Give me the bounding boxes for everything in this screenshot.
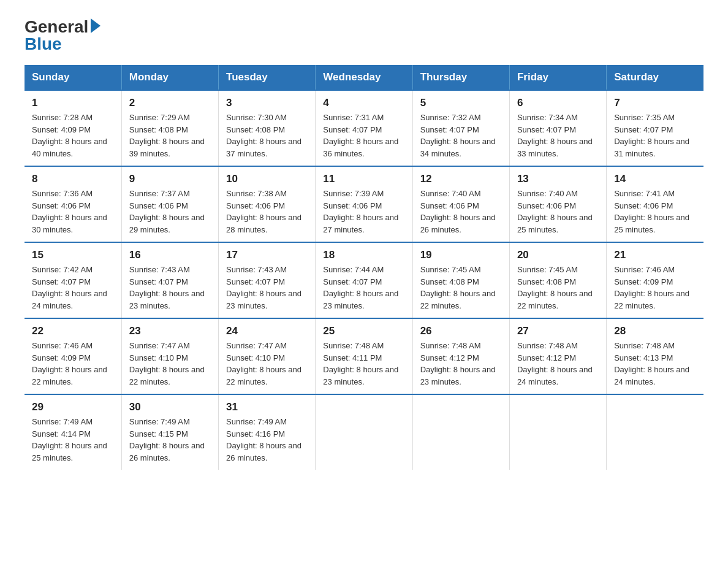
calendar-day-cell: 11 Sunrise: 7:39 AMSunset: 4:06 PMDaylig… <box>316 166 412 242</box>
day-info: Sunrise: 7:48 AMSunset: 4:12 PMDaylight:… <box>420 341 496 386</box>
day-info: Sunrise: 7:49 AMSunset: 4:14 PMDaylight:… <box>32 417 107 462</box>
day-info: Sunrise: 7:48 AMSunset: 4:13 PMDaylight:… <box>614 341 689 386</box>
day-number: 4 <box>323 97 404 109</box>
day-info: Sunrise: 7:48 AMSunset: 4:11 PMDaylight:… <box>323 341 398 386</box>
day-info: Sunrise: 7:40 AMSunset: 4:06 PMDaylight:… <box>517 189 593 234</box>
calendar-day-cell: 10 Sunrise: 7:38 AMSunset: 4:06 PMDaylig… <box>219 166 316 242</box>
calendar-day-cell: 27 Sunrise: 7:48 AMSunset: 4:12 PMDaylig… <box>509 318 606 394</box>
day-number: 18 <box>323 249 404 261</box>
calendar-day-cell: 24 Sunrise: 7:47 AMSunset: 4:10 PMDaylig… <box>219 318 316 394</box>
calendar-day-cell: 13 Sunrise: 7:40 AMSunset: 4:06 PMDaylig… <box>509 166 606 242</box>
day-number: 12 <box>420 173 502 185</box>
day-number: 24 <box>226 325 308 337</box>
day-number: 22 <box>32 325 114 337</box>
day-number: 25 <box>323 325 404 337</box>
day-number: 29 <box>32 401 114 413</box>
calendar-day-cell: 1 Sunrise: 7:28 AMSunset: 4:09 PMDayligh… <box>25 90 121 166</box>
calendar-day-cell: 7 Sunrise: 7:35 AMSunset: 4:07 PMDayligh… <box>607 90 703 166</box>
day-info: Sunrise: 7:49 AMSunset: 4:16 PMDaylight:… <box>226 417 301 462</box>
day-info: Sunrise: 7:48 AMSunset: 4:12 PMDaylight:… <box>517 341 593 386</box>
day-info: Sunrise: 7:43 AMSunset: 4:07 PMDaylight:… <box>226 265 301 310</box>
day-info: Sunrise: 7:34 AMSunset: 4:07 PMDaylight:… <box>517 113 593 158</box>
day-info: Sunrise: 7:46 AMSunset: 4:09 PMDaylight:… <box>614 265 689 310</box>
day-number: 16 <box>129 249 211 261</box>
calendar-day-cell: 8 Sunrise: 7:36 AMSunset: 4:06 PMDayligh… <box>25 166 121 242</box>
weekday-header-row: SundayMondayTuesdayWednesdayThursdayFrid… <box>25 65 703 90</box>
calendar-day-cell: 22 Sunrise: 7:46 AMSunset: 4:09 PMDaylig… <box>25 318 121 394</box>
page-header: General Blue <box>25 18 703 53</box>
day-number: 26 <box>420 325 502 337</box>
day-info: Sunrise: 7:37 AMSunset: 4:06 PMDaylight:… <box>129 189 205 234</box>
day-number: 14 <box>614 173 696 185</box>
day-number: 30 <box>129 401 211 413</box>
day-info: Sunrise: 7:36 AMSunset: 4:06 PMDaylight:… <box>32 189 107 234</box>
logo-arrow-icon <box>91 18 100 33</box>
logo-blue-text: Blue <box>25 36 62 53</box>
calendar-day-cell <box>316 394 412 470</box>
day-number: 31 <box>226 401 308 413</box>
calendar-day-cell: 30 Sunrise: 7:49 AMSunset: 4:15 PMDaylig… <box>121 394 218 470</box>
day-number: 21 <box>614 249 696 261</box>
day-info: Sunrise: 7:43 AMSunset: 4:07 PMDaylight:… <box>129 265 205 310</box>
day-info: Sunrise: 7:39 AMSunset: 4:06 PMDaylight:… <box>323 189 398 234</box>
calendar-week-row: 22 Sunrise: 7:46 AMSunset: 4:09 PMDaylig… <box>25 318 703 394</box>
day-info: Sunrise: 7:45 AMSunset: 4:08 PMDaylight:… <box>420 265 496 310</box>
day-number: 7 <box>614 97 696 109</box>
calendar-day-cell: 28 Sunrise: 7:48 AMSunset: 4:13 PMDaylig… <box>607 318 703 394</box>
day-number: 27 <box>517 325 599 337</box>
calendar-day-cell <box>509 394 606 470</box>
calendar-day-cell: 14 Sunrise: 7:41 AMSunset: 4:06 PMDaylig… <box>607 166 703 242</box>
day-number: 6 <box>517 97 599 109</box>
calendar-day-cell: 31 Sunrise: 7:49 AMSunset: 4:16 PMDaylig… <box>219 394 316 470</box>
day-info: Sunrise: 7:49 AMSunset: 4:15 PMDaylight:… <box>129 417 205 462</box>
weekday-header-friday: Friday <box>509 65 606 90</box>
day-number: 3 <box>226 97 308 109</box>
day-number: 10 <box>226 173 308 185</box>
day-info: Sunrise: 7:46 AMSunset: 4:09 PMDaylight:… <box>32 341 107 386</box>
day-number: 15 <box>32 249 114 261</box>
day-info: Sunrise: 7:47 AMSunset: 4:10 PMDaylight:… <box>226 341 301 386</box>
weekday-header-saturday: Saturday <box>607 65 703 90</box>
calendar-day-cell: 3 Sunrise: 7:30 AMSunset: 4:08 PMDayligh… <box>219 90 316 166</box>
calendar-day-cell: 20 Sunrise: 7:45 AMSunset: 4:08 PMDaylig… <box>509 242 606 318</box>
calendar-day-cell: 12 Sunrise: 7:40 AMSunset: 4:06 PMDaylig… <box>412 166 509 242</box>
calendar-day-cell <box>607 394 703 470</box>
calendar-day-cell: 23 Sunrise: 7:47 AMSunset: 4:10 PMDaylig… <box>121 318 218 394</box>
calendar-day-cell: 6 Sunrise: 7:34 AMSunset: 4:07 PMDayligh… <box>509 90 606 166</box>
calendar-week-row: 1 Sunrise: 7:28 AMSunset: 4:09 PMDayligh… <box>25 90 703 166</box>
day-info: Sunrise: 7:47 AMSunset: 4:10 PMDaylight:… <box>129 341 205 386</box>
day-info: Sunrise: 7:41 AMSunset: 4:06 PMDaylight:… <box>614 189 689 234</box>
weekday-header-tuesday: Tuesday <box>219 65 316 90</box>
calendar-week-row: 8 Sunrise: 7:36 AMSunset: 4:06 PMDayligh… <box>25 166 703 242</box>
day-info: Sunrise: 7:40 AMSunset: 4:06 PMDaylight:… <box>420 189 496 234</box>
day-number: 13 <box>517 173 599 185</box>
calendar-table: SundayMondayTuesdayWednesdayThursdayFrid… <box>25 65 703 470</box>
calendar-day-cell <box>412 394 509 470</box>
day-info: Sunrise: 7:45 AMSunset: 4:08 PMDaylight:… <box>517 265 593 310</box>
calendar-day-cell: 15 Sunrise: 7:42 AMSunset: 4:07 PMDaylig… <box>25 242 121 318</box>
day-number: 2 <box>129 97 211 109</box>
day-number: 8 <box>32 173 114 185</box>
day-info: Sunrise: 7:30 AMSunset: 4:08 PMDaylight:… <box>226 113 301 158</box>
calendar-day-cell: 21 Sunrise: 7:46 AMSunset: 4:09 PMDaylig… <box>607 242 703 318</box>
weekday-header-wednesday: Wednesday <box>316 65 412 90</box>
day-info: Sunrise: 7:38 AMSunset: 4:06 PMDaylight:… <box>226 189 301 234</box>
day-number: 1 <box>32 97 114 109</box>
logo: General Blue <box>25 18 100 53</box>
calendar-day-cell: 19 Sunrise: 7:45 AMSunset: 4:08 PMDaylig… <box>412 242 509 318</box>
weekday-header-thursday: Thursday <box>412 65 509 90</box>
day-number: 20 <box>517 249 599 261</box>
day-number: 5 <box>420 97 502 109</box>
day-number: 19 <box>420 249 502 261</box>
weekday-header-sunday: Sunday <box>25 65 121 90</box>
day-info: Sunrise: 7:31 AMSunset: 4:07 PMDaylight:… <box>323 113 398 158</box>
calendar-day-cell: 16 Sunrise: 7:43 AMSunset: 4:07 PMDaylig… <box>121 242 218 318</box>
day-number: 23 <box>129 325 211 337</box>
calendar-day-cell: 25 Sunrise: 7:48 AMSunset: 4:11 PMDaylig… <box>316 318 412 394</box>
calendar-day-cell: 4 Sunrise: 7:31 AMSunset: 4:07 PMDayligh… <box>316 90 412 166</box>
day-info: Sunrise: 7:35 AMSunset: 4:07 PMDaylight:… <box>614 113 689 158</box>
calendar-day-cell: 26 Sunrise: 7:48 AMSunset: 4:12 PMDaylig… <box>412 318 509 394</box>
calendar-day-cell: 9 Sunrise: 7:37 AMSunset: 4:06 PMDayligh… <box>121 166 218 242</box>
day-info: Sunrise: 7:32 AMSunset: 4:07 PMDaylight:… <box>420 113 496 158</box>
logo-general-text: General <box>25 18 88 36</box>
